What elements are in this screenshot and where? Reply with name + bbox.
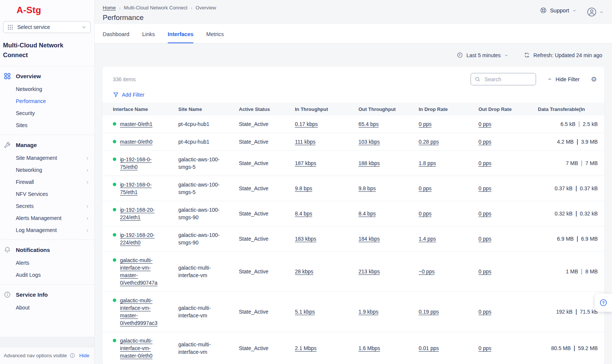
interface-name-link[interactable]: ip-192-168-20-224/eth0	[120, 231, 164, 246]
sidebar-item-audit-logs[interactable]: Audit Logs	[0, 269, 94, 281]
interface-name-link[interactable]: ip-192-168-0-75/eth0	[120, 156, 164, 171]
column-header[interactable]: Interface Name	[113, 106, 178, 112]
sidebar-item-security[interactable]: Security	[0, 107, 94, 119]
refresh-button[interactable]: Refresh: Updated 24 min ago	[524, 52, 602, 58]
out-throughput-link[interactable]: 1.6 Mbps	[358, 345, 380, 351]
tab-links[interactable]: Links	[142, 31, 155, 43]
out-drop-rate-link[interactable]: 0 pps	[478, 160, 491, 166]
sidebar-item-networking[interactable]: Networking	[0, 83, 94, 95]
support-menu[interactable]: Support	[540, 7, 577, 14]
sidebar-item-performance[interactable]: Performance	[0, 95, 94, 107]
out-drop-rate-link[interactable]: 0 pps	[478, 309, 491, 315]
sidebar-item-site-management[interactable]: Site Management›	[0, 152, 94, 164]
status-dot	[113, 208, 116, 211]
search-input[interactable]	[484, 76, 532, 83]
in-drop-rate-link[interactable]: 0.28 pps	[419, 139, 439, 145]
in-throughput-link[interactable]: 5.1 kbps	[295, 309, 315, 315]
data-transferable-cell: 80.5 MB59.2 MB	[538, 344, 598, 352]
breadcrumb-separator: ›	[191, 6, 192, 10]
out-drop-rate-link[interactable]: 0 pps	[478, 139, 491, 145]
sidebar-item-log-management[interactable]: Log Management›	[0, 224, 94, 236]
out-throughput-link[interactable]: 103 kbps	[358, 139, 380, 145]
sidebar-item-networking-manage[interactable]: Networking›	[0, 164, 94, 176]
sidebar-item-about[interactable]: About	[0, 302, 94, 314]
in-drop-rate-link[interactable]: 0 pps	[419, 121, 431, 127]
column-header[interactable]: Active Status	[239, 106, 295, 112]
interface-name-link[interactable]: master-0/eth0	[120, 138, 152, 146]
breadcrumb-service: Multi-Cloud Network Connect	[124, 5, 187, 11]
tab-metrics[interactable]: Metrics	[206, 31, 224, 43]
in-throughput-link[interactable]: 183 kbps	[295, 236, 316, 242]
in-throughput-link[interactable]: 28 kbps	[295, 268, 313, 275]
out-throughput-link[interactable]: 65.4 bps	[358, 121, 379, 127]
info-circle-icon[interactable]	[70, 353, 75, 358]
in-drop-rate-link[interactable]: 1.4 pps	[419, 236, 436, 242]
column-header[interactable]: In Drop Rate	[419, 106, 478, 112]
interface-name-link[interactable]: galactic-multi-interface-vm-master-0/vet…	[120, 256, 164, 287]
sidebar-section-overview[interactable]: Overview	[0, 69, 94, 83]
column-header[interactable]: Out Throughput	[358, 106, 419, 112]
interface-name-link[interactable]: galactic-multi-interface-vm-master-0/eth…	[120, 337, 164, 359]
clock-icon	[457, 52, 463, 58]
brand-logo[interactable]: A-Stg	[0, 0, 94, 20]
column-header[interactable]: In Throughput	[295, 106, 358, 112]
sidebar-section-notifications[interactable]: Notifications	[0, 243, 94, 257]
sidebar-item-firewall[interactable]: Firewall›	[0, 176, 94, 188]
in-throughput-link[interactable]: 187 kbps	[295, 160, 316, 166]
add-filter-label: Add Filter	[122, 92, 144, 98]
out-throughput-link[interactable]: 184 kbps	[358, 236, 380, 242]
column-header[interactable]: Data Transferable(In	[538, 106, 598, 112]
tab-dashboard[interactable]: Dashboard	[103, 31, 129, 43]
out-throughput-link[interactable]: 213 kbps	[358, 268, 380, 275]
in-throughput-link[interactable]: 2.1 Mbps	[295, 345, 317, 351]
in-throughput-link[interactable]: 0.17 kbps	[295, 121, 318, 127]
out-drop-rate-link[interactable]: 0 pps	[478, 185, 491, 191]
interface-name-link[interactable]: master-0/eth1	[120, 120, 152, 128]
sidebar-item-sites[interactable]: Sites	[0, 119, 94, 131]
interface-name-link[interactable]: ip-192-168-20-224/eth1	[120, 206, 164, 221]
out-throughput-link[interactable]: 188 kbps	[358, 160, 380, 166]
add-filter-button[interactable]: Add Filter	[102, 85, 604, 103]
sidebar-item-secrets[interactable]: Secrets›	[0, 200, 94, 212]
in-drop-rate-link[interactable]: 1.8 pps	[419, 160, 436, 166]
time-range-select[interactable]: Last 5 minutes	[457, 52, 509, 58]
in-throughput-link[interactable]: 8.4 bps	[295, 211, 312, 217]
sidebar-section-service-info[interactable]: Service Info	[0, 288, 94, 302]
help-button[interactable]: ?	[595, 294, 612, 312]
status-dot	[113, 299, 116, 302]
in-drop-rate-link[interactable]: 0.19 pps	[419, 309, 439, 315]
in-throughput-link[interactable]: 111 kbps	[295, 139, 316, 145]
in-drop-rate-link[interactable]: ~0 pps	[419, 268, 434, 275]
out-drop-rate-link[interactable]: 0 pps	[478, 345, 491, 351]
out-drop-rate-link[interactable]: 0 pps	[478, 268, 491, 275]
gear-icon[interactable]: ⚙	[591, 76, 597, 83]
sidebar-item-nfv-services[interactable]: NFV Services	[0, 188, 94, 200]
out-throughput-link[interactable]: 9.8 bps	[358, 185, 376, 191]
service-selector[interactable]: Select service	[3, 21, 91, 33]
out-drop-rate-link[interactable]: 0 pps	[478, 121, 491, 127]
sidebar-item-alerts-management[interactable]: Alerts Management›	[0, 212, 94, 224]
column-header[interactable]: Out Drop Rate	[478, 106, 538, 112]
sidebar-section-manage[interactable]: Manage	[0, 138, 94, 152]
in-throughput-link[interactable]: 9.8 bps	[295, 185, 312, 191]
chevron-down-icon	[572, 8, 577, 13]
search-icon	[475, 76, 481, 82]
out-throughput-link[interactable]: 8.4 bps	[358, 211, 376, 217]
hide-filter-toggle[interactable]: Hide Filter	[547, 76, 580, 82]
out-throughput-link[interactable]: 1.9 kbps	[358, 309, 378, 315]
hide-advanced-nav-link[interactable]: Hide	[79, 353, 90, 358]
search-box[interactable]	[471, 73, 536, 85]
sidebar-item-alerts[interactable]: Alerts	[0, 257, 94, 269]
in-drop-rate-link[interactable]: 0 pps	[419, 185, 431, 191]
user-menu[interactable]	[586, 7, 604, 17]
tab-interfaces[interactable]: Interfaces	[168, 31, 194, 43]
items-count: 336 items	[113, 76, 136, 82]
in-drop-rate-link[interactable]: 0 pps	[419, 211, 431, 217]
breadcrumb-home[interactable]: Home	[103, 5, 116, 11]
in-drop-rate-link[interactable]: 0.01 pps	[419, 345, 439, 351]
column-header[interactable]: Site Name	[178, 106, 239, 112]
out-drop-rate-link[interactable]: 0 pps	[478, 211, 491, 217]
interface-name-link[interactable]: galactic-multi-interface-vm-master-0/vet…	[120, 297, 164, 327]
out-drop-rate-link[interactable]: 0 pps	[478, 236, 491, 242]
interface-name-link[interactable]: ip-192-168-0-75/eth1	[120, 181, 164, 196]
